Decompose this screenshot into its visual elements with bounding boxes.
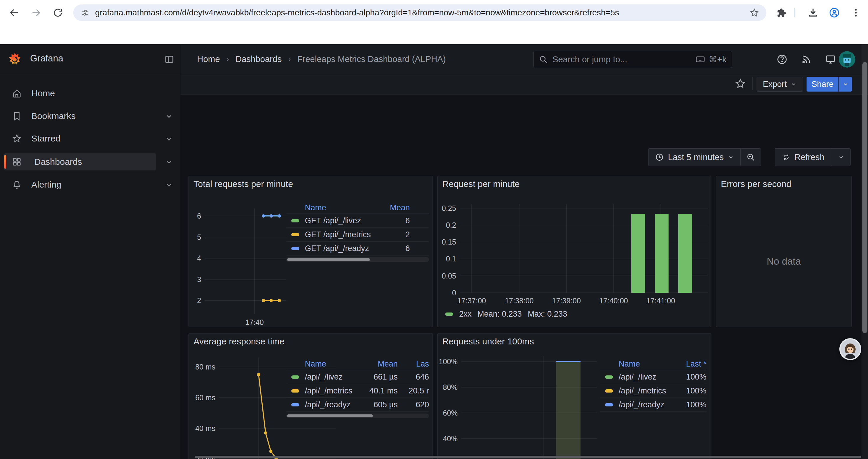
browser-back-icon[interactable] xyxy=(8,6,21,19)
y-axis-tick: 80 ms xyxy=(181,362,215,371)
breadcrumb-item[interactable]: Dashboards xyxy=(236,54,282,64)
legend-value: 605 µs xyxy=(359,400,398,409)
browser-toolbar: grafana.mathmast.com/d/deytv4rwavabkb/fr… xyxy=(0,0,868,25)
share-button[interactable]: Share xyxy=(807,77,838,92)
series-label: GET /api/_/readyz xyxy=(305,244,369,253)
chevron-down-icon[interactable] xyxy=(165,112,173,121)
series-color-pill xyxy=(291,389,299,393)
y-axis-tick: 100% xyxy=(421,357,458,366)
grid-icon xyxy=(12,157,22,167)
legend-series-name[interactable]: GET /api/_/metrics xyxy=(286,230,374,239)
downloads-icon[interactable] xyxy=(807,6,819,19)
sidebar-item-dashboards[interactable]: Dashboards xyxy=(4,153,156,170)
legend-table: NameLast */api/_/livez100%/api/_/metrics… xyxy=(600,358,706,412)
legend-value: 6 xyxy=(374,216,410,225)
legend-header: NameLast * xyxy=(600,358,706,370)
panel-title[interactable]: Average response time xyxy=(193,336,284,347)
org-avatar[interactable] xyxy=(839,51,855,68)
panel-title[interactable]: Requests under 100ms xyxy=(442,336,534,347)
y-axis-tick: 0 xyxy=(421,288,456,297)
share-dropdown-button[interactable] xyxy=(839,77,852,92)
series-color-pill xyxy=(291,233,299,236)
grafana-app: Grafana HomeBookmarksStarredDashboardsAl… xyxy=(0,44,868,459)
series-color-pill xyxy=(605,389,613,393)
panel-title[interactable]: Errors per second xyxy=(721,179,791,189)
sidebar-item-alerting[interactable]: Alerting xyxy=(4,176,156,193)
help-icon[interactable] xyxy=(775,52,789,67)
legend-col-name: Name xyxy=(600,359,674,369)
horizontal-scrollbar-thumb[interactable] xyxy=(195,456,861,458)
legend-series-name[interactable]: /api/_/metrics xyxy=(286,386,359,395)
chevron-down-icon[interactable] xyxy=(165,135,173,143)
favorite-star-icon[interactable] xyxy=(735,78,746,90)
y-axis-tick: 60 ms xyxy=(181,393,215,402)
refresh-interval-button[interactable] xyxy=(832,149,850,166)
panel-title[interactable]: Request per minute xyxy=(442,179,520,189)
legend-series-name[interactable]: GET /api/_/livez xyxy=(286,216,374,225)
series-name[interactable]: 2xx xyxy=(459,309,471,319)
breadcrumb-item: Freeleaps Metrics Dashboard (ALPHA) xyxy=(297,54,446,64)
toolbar-divider xyxy=(795,8,795,17)
bookmarks-bar: Freeleaps 收藏博客 xyxy=(0,25,868,44)
y-axis-tick: 40 ms xyxy=(181,424,215,433)
y-axis-tick: 6 xyxy=(181,211,201,220)
bar-chart: 0%20%40%60%80%100%17:40 xyxy=(442,354,601,459)
site-settings-icon[interactable] xyxy=(80,8,90,18)
bookmark-star-icon[interactable] xyxy=(749,8,759,18)
zoom-out-button[interactable] xyxy=(741,149,761,166)
news-rss-icon[interactable] xyxy=(799,52,814,67)
y-axis-tick: 4 xyxy=(181,254,201,263)
x-axis-tick: 17:40 xyxy=(229,318,279,327)
bookmark-icon xyxy=(12,111,22,121)
legend-series-name[interactable]: GET /api/_/readyz xyxy=(286,244,374,253)
address-bar[interactable]: grafana.mathmast.com/d/deytv4rwavabkb/fr… xyxy=(73,4,766,21)
time-range-picker[interactable]: Last 5 minutes xyxy=(649,149,740,166)
export-button[interactable]: Export xyxy=(756,77,803,92)
legend-series-name[interactable]: /api/_/readyz xyxy=(600,400,674,409)
legend-series-name[interactable]: /api/_/readyz xyxy=(286,400,359,409)
sidebar-header: Grafana xyxy=(0,44,180,74)
legend-row: /api/_/readyz100% xyxy=(600,398,706,412)
legend-series-name[interactable]: /api/_/livez xyxy=(600,372,674,382)
panel-title[interactable]: Total requests per minute xyxy=(193,179,293,189)
actions-divider xyxy=(752,77,753,90)
browser-menu-icon[interactable] xyxy=(849,6,862,19)
search-input[interactable]: Search or jump to... ⌘+k xyxy=(533,51,732,68)
sidebar-item-label: Home xyxy=(31,88,55,98)
chevron-down-icon[interactable] xyxy=(165,181,173,189)
sidebar-item-starred[interactable]: Starred xyxy=(4,130,156,147)
kiosk-monitor-icon[interactable] xyxy=(823,52,838,67)
legend-scrollbar[interactable] xyxy=(286,257,429,262)
x-axis-tick: 17:41:00 xyxy=(636,296,686,305)
chart-svg xyxy=(192,202,287,332)
legend-col[interactable]: Last * xyxy=(674,359,706,369)
profile-icon[interactable] xyxy=(828,6,841,19)
legend-scrollbar[interactable] xyxy=(286,414,429,418)
legend-value: 646 xyxy=(401,372,429,382)
browser-forward-icon[interactable] xyxy=(30,6,42,19)
chevron-down-icon xyxy=(790,81,797,88)
extensions-icon[interactable] xyxy=(774,6,787,19)
assistant-avatar[interactable] xyxy=(839,338,861,360)
sidebar-item-bookmarks[interactable]: Bookmarks xyxy=(4,107,156,125)
dock-menu-icon[interactable] xyxy=(164,54,174,64)
browser-reload-icon[interactable] xyxy=(52,6,64,19)
legend-col[interactable]: Mean xyxy=(374,203,410,212)
legend-series-name[interactable]: /api/_/metrics xyxy=(600,386,674,395)
breadcrumb-separator-icon: › xyxy=(288,55,291,64)
grafana-logo[interactable] xyxy=(8,52,21,66)
search-icon xyxy=(539,55,548,64)
page-scrollbar-thumb[interactable] xyxy=(862,62,867,333)
sidebar: Grafana HomeBookmarksStarredDashboardsAl… xyxy=(0,44,180,459)
legend-value: 661 µs xyxy=(359,372,398,382)
chevron-down-icon[interactable] xyxy=(165,158,173,166)
series-mean: Mean: 0.233 xyxy=(477,309,522,319)
legend-series-name[interactable]: /api/_/livez xyxy=(286,372,359,382)
legend-col[interactable]: Mean xyxy=(359,359,398,369)
sidebar-item-home[interactable]: Home xyxy=(4,85,156,102)
series-color-pill xyxy=(291,219,299,222)
url-text: grafana.mathmast.com/d/deytv4rwavabkb/fr… xyxy=(95,8,742,18)
breadcrumb-item[interactable]: Home xyxy=(197,54,220,64)
sidebar-item-label: Bookmarks xyxy=(31,111,75,121)
refresh-button[interactable]: Refresh xyxy=(775,149,832,166)
